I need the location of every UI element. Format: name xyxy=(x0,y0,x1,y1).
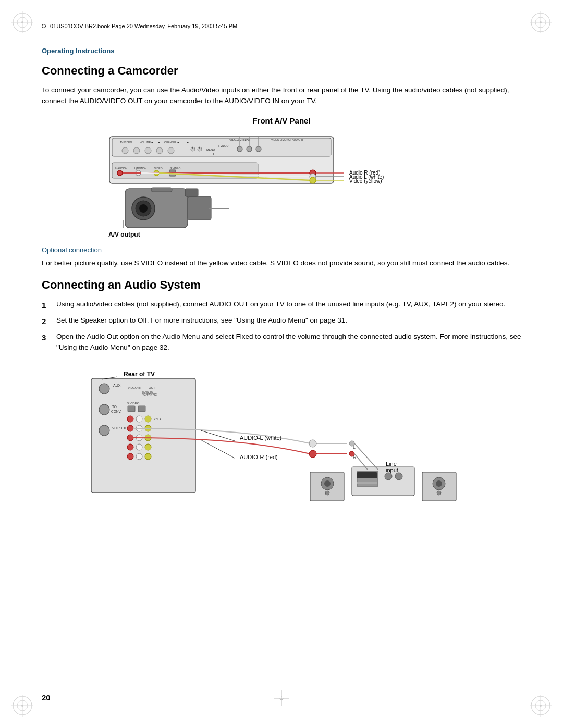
svg-point-82 xyxy=(99,425,109,436)
operating-instructions-label: Operating Instructions xyxy=(42,47,521,55)
svg-point-102 xyxy=(136,444,142,450)
svg-point-42 xyxy=(247,146,252,152)
svg-text:VIDEO IN: VIDEO IN xyxy=(128,386,141,389)
svg-text:VCR/AV/PIC: VCR/AV/PIC xyxy=(142,393,157,396)
svg-rect-70 xyxy=(185,189,198,196)
corner-decoration-br xyxy=(528,693,554,719)
svg-point-31 xyxy=(145,147,151,154)
audio-system-steps: 1 Using audio/video cables (not supplied… xyxy=(42,299,521,353)
svg-point-98 xyxy=(127,435,133,441)
svg-point-9 xyxy=(540,21,542,23)
center-bottom-decoration xyxy=(274,690,289,708)
svg-text:Line: Line xyxy=(386,461,397,467)
svg-point-110 xyxy=(309,450,316,458)
av-output-label: A/V output xyxy=(108,231,140,238)
svg-point-32 xyxy=(156,147,163,154)
svg-point-29 xyxy=(122,147,128,154)
header-dot xyxy=(42,24,46,28)
step3-text: Open the Audio Out option on the Audio M… xyxy=(56,331,521,353)
svg-point-41 xyxy=(237,146,242,152)
section1-body: To connect your camcorder, you can use t… xyxy=(42,85,521,107)
svg-text:S VIDEO: S VIDEO xyxy=(170,167,180,170)
svg-point-4 xyxy=(21,21,23,23)
svg-point-19 xyxy=(540,705,542,707)
svg-rect-89 xyxy=(128,406,135,412)
svg-text:+: + xyxy=(212,152,215,156)
svg-text:AUX: AUX xyxy=(113,384,121,387)
svg-text:L(MONO): L(MONO) xyxy=(134,167,146,170)
section2-heading: Connecting an Audio System xyxy=(42,278,521,292)
svg-point-118 xyxy=(395,473,402,480)
step-1: 1 Using audio/video cables (not supplied… xyxy=(42,299,521,311)
svg-text:VHF1: VHF1 xyxy=(154,417,161,421)
svg-point-124 xyxy=(349,451,354,456)
svg-text:OUT: OUT xyxy=(149,386,155,389)
svg-point-95 xyxy=(127,425,133,431)
svg-text:VIDEO L(MONO)-AUDIO-R: VIDEO L(MONO)-AUDIO-R xyxy=(271,138,303,141)
svg-point-43 xyxy=(256,146,261,152)
optional-connection-label: Optional connection xyxy=(42,246,521,254)
svg-text:AUDIO-L (white): AUDIO-L (white) xyxy=(240,435,282,441)
svg-point-30 xyxy=(133,147,140,154)
svg-text:VOLUME◄: VOLUME◄ xyxy=(140,141,153,144)
svg-point-14 xyxy=(21,705,23,707)
svg-text:TO: TO xyxy=(112,405,117,409)
header-text: 01US01COV-BR2.book Page 20 Wednesday, Fe… xyxy=(50,23,237,29)
step2-text: Set the Speaker option to Off. For more … xyxy=(56,315,347,326)
svg-text:VHF/UHF: VHF/UHF xyxy=(112,426,127,430)
svg-text:S VIDEO: S VIDEO xyxy=(218,144,228,147)
svg-text:VIDEO 2 INPUT: VIDEO 2 INPUT xyxy=(229,138,252,141)
svg-point-103 xyxy=(145,444,151,450)
svg-rect-71 xyxy=(151,188,172,192)
svg-point-130 xyxy=(325,491,329,495)
svg-text:●: ● xyxy=(192,146,193,149)
svg-rect-90 xyxy=(138,406,145,412)
step-3: 3 Open the Audio Out option on the Audio… xyxy=(42,331,521,353)
svg-point-133 xyxy=(436,480,442,487)
svg-rect-66 xyxy=(188,196,211,220)
svg-point-117 xyxy=(385,473,392,480)
svg-line-114 xyxy=(201,440,235,458)
step1-text: Using audio/video cables (not supplied),… xyxy=(56,299,505,310)
page-number: 20 xyxy=(42,693,51,702)
svg-text:CONV.: CONV. xyxy=(111,410,121,413)
svg-point-92 xyxy=(136,416,142,422)
svg-point-61 xyxy=(310,177,316,183)
svg-point-106 xyxy=(145,453,151,460)
svg-point-33 xyxy=(168,147,174,154)
header-bar: 01US01COV-BR2.book Page 20 Wednesday, Fe… xyxy=(42,21,521,31)
svg-text:TV/VIDEO: TV/VIDEO xyxy=(120,141,132,144)
svg-text:R(AUDIO): R(AUDIO) xyxy=(115,167,127,170)
svg-text:S VIDEO: S VIDEO xyxy=(127,402,140,405)
corner-decoration-bl xyxy=(9,693,35,719)
svg-text:►: ► xyxy=(187,141,189,144)
svg-point-129 xyxy=(324,480,331,487)
page: 01US01COV-BR2.book Page 20 Wednesday, Fe… xyxy=(0,0,563,728)
svg-point-69 xyxy=(139,204,148,213)
corner-decoration-tl xyxy=(9,9,35,35)
svg-point-52 xyxy=(117,170,123,176)
svg-point-104 xyxy=(127,453,133,460)
svg-text:MENU: MENU xyxy=(206,148,215,151)
svg-point-77 xyxy=(99,384,109,394)
front-av-heading: Front A/V Panel xyxy=(42,116,521,125)
svg-text:VIDEO: VIDEO xyxy=(154,167,163,170)
section1-heading: Connecting a Camcorder xyxy=(42,64,521,78)
front-av-diagram: TV/VIDEO VOLUME◄ ► CHANNEL◄ ► VIDEO 2 IN… xyxy=(104,131,459,241)
optional-connection-text: For better picture quality, use S VIDEO … xyxy=(42,258,521,269)
svg-text:input: input xyxy=(386,467,398,473)
svg-text:AUDIO-R (red): AUDIO-R (red) xyxy=(240,454,278,460)
svg-text:►: ► xyxy=(158,141,161,144)
svg-line-125 xyxy=(354,443,378,470)
svg-point-93 xyxy=(145,416,151,422)
svg-rect-120 xyxy=(357,482,377,484)
svg-text:Rear of TV: Rear of TV xyxy=(124,371,155,378)
step-2: 2 Set the Speaker option to Off. For mor… xyxy=(42,315,521,327)
svg-text:CHANNEL◄: CHANNEL◄ xyxy=(164,141,179,144)
svg-text:●: ● xyxy=(199,146,200,149)
svg-point-109 xyxy=(309,440,316,447)
svg-point-91 xyxy=(127,416,133,422)
svg-rect-47 xyxy=(112,163,258,178)
svg-point-79 xyxy=(99,404,109,415)
svg-point-122 xyxy=(349,441,354,446)
